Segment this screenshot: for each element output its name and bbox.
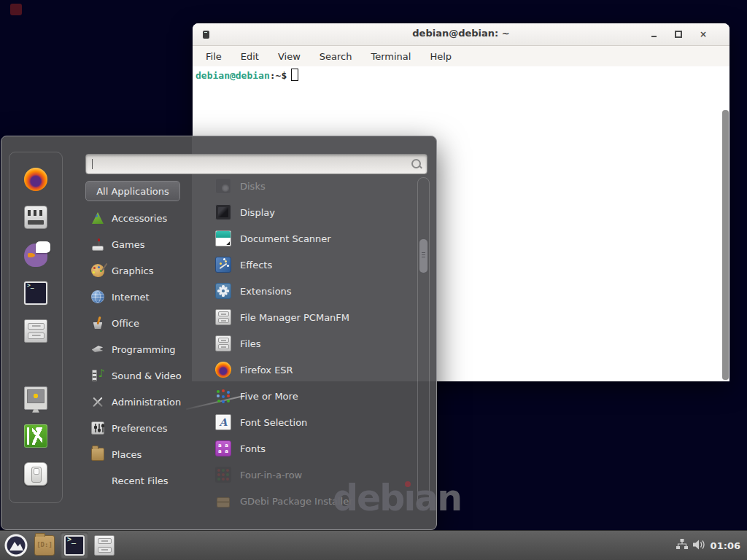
menu-item-label: File <box>206 51 222 62</box>
terminal-scrollbar[interactable] <box>722 110 729 380</box>
firefox-esr[interactable]: Firefox ESR <box>205 357 418 383</box>
category-label: Recent Files <box>112 475 169 486</box>
maximize-button[interactable] <box>673 28 684 40</box>
cabinet-icon <box>215 309 231 325</box>
menu-search <box>85 154 427 174</box>
accessories-icon <box>91 211 104 225</box>
application-label: Font Selection <box>240 417 307 428</box>
favorite-control-center[interactable] <box>24 206 47 229</box>
favorite-firefox[interactable] <box>24 168 47 191</box>
search-icon <box>411 159 421 168</box>
sound-video[interactable]: Sound & Video <box>85 362 202 389</box>
menu-button[interactable] <box>4 533 28 558</box>
display-icon <box>215 204 231 220</box>
programming[interactable]: Programming <box>85 336 202 362</box>
launcher-file-manager[interactable] <box>31 532 58 559</box>
minimize-button[interactable] <box>648 28 659 40</box>
search[interactable]: Search <box>320 51 352 62</box>
category-label: Accessories <box>112 213 167 224</box>
terminal[interactable]: Terminal <box>371 51 411 62</box>
system-tray: 01:06 <box>676 539 747 553</box>
internet[interactable]: Internet <box>85 284 202 310</box>
session-log-out[interactable] <box>24 424 47 448</box>
start-menu-logo <box>4 534 28 557</box>
menu-item-label: Search <box>320 51 352 62</box>
programming-icon <box>91 343 104 356</box>
search-input[interactable] <box>85 154 427 174</box>
terminal-scrollbar-thumb[interactable] <box>722 110 729 380</box>
edit[interactable]: Edit <box>241 51 259 62</box>
session-lock-screen[interactable] <box>24 386 47 410</box>
favorite-file-manager[interactable] <box>24 319 47 343</box>
view[interactable]: View <box>278 51 301 62</box>
application-label: Extensions <box>240 286 292 297</box>
application-label: Firefox ESR <box>240 365 293 376</box>
all-applications[interactable]: All Applications <box>85 181 180 201</box>
cabinet-icon <box>94 535 115 556</box>
application-label: GDebi Package Installer <box>240 496 353 507</box>
effects[interactable]: Effects <box>205 252 418 278</box>
disks-icon <box>215 178 231 194</box>
admin-icon <box>91 395 104 408</box>
favorites-rail <box>9 152 63 503</box>
help[interactable]: Help <box>430 51 452 62</box>
graphics[interactable]: Graphics <box>85 257 202 284</box>
graphics-icon <box>91 264 104 277</box>
category-label: Preferences <box>112 423 167 434</box>
folder-icon <box>34 535 55 556</box>
places[interactable]: Places <box>85 441 202 467</box>
extensions[interactable]: Extensions <box>205 278 418 304</box>
terminal-menubar: FileEditViewSearchTerminalHelp <box>193 46 729 67</box>
application-label: Effects <box>240 260 272 271</box>
menu-scrollbar[interactable] <box>417 177 430 508</box>
document-scanner[interactable]: Document Scanner <box>205 225 418 252</box>
accessories[interactable]: Accessories <box>85 205 202 231</box>
session-shut-down[interactable] <box>24 462 47 486</box>
file[interactable]: File <box>206 51 222 62</box>
recent-files[interactable]: Recent Files <box>85 467 202 494</box>
preferences[interactable]: Preferences <box>85 415 202 441</box>
files[interactable]: Files <box>205 330 418 357</box>
fonts[interactable]: Fonts <box>205 435 418 462</box>
close-button[interactable]: × <box>697 28 709 40</box>
network-icon[interactable] <box>676 539 688 553</box>
category-label: Office <box>112 318 139 329</box>
soundvideo-icon <box>91 369 104 382</box>
internet-icon <box>91 290 104 303</box>
category-label: Programming <box>112 344 176 355</box>
administration[interactable]: Administration <box>85 389 202 415</box>
file-manager-pcmanfm[interactable]: File Manager PCManFM <box>205 304 418 330</box>
launcher-files[interactable] <box>90 532 118 559</box>
window-button-terminal[interactable] <box>61 532 88 559</box>
office[interactable]: Office <box>85 310 202 336</box>
taskbar-clock[interactable]: 01:06 <box>711 540 740 551</box>
application-label: Document Scanner <box>240 233 331 244</box>
favorite-terminal[interactable] <box>24 281 47 305</box>
display[interactable]: Display <box>205 199 418 225</box>
games[interactable]: Games <box>85 231 202 257</box>
category-label: Administration <box>112 397 181 408</box>
extensions-icon <box>215 283 231 299</box>
gdebi-package-installer[interactable]: GDebi Package Installer <box>205 488 418 514</box>
terminal-titlebar[interactable]: debian@debian: ~ × <box>193 23 729 46</box>
office-icon <box>91 316 104 330</box>
effects-icon <box>215 257 231 273</box>
games-icon <box>91 238 104 251</box>
application-label: Files <box>240 338 261 349</box>
font-selection[interactable]: Font Selection <box>205 409 418 435</box>
category-label: Places <box>112 449 142 460</box>
category-label: All Applications <box>96 186 169 197</box>
application-label: Four-in-a-row <box>240 470 302 481</box>
fonts-icon <box>215 440 231 456</box>
favorite-pidgin[interactable] <box>24 244 47 267</box>
four-in-a-row[interactable]: Four-in-a-row <box>205 462 418 488</box>
application-label: Five or More <box>240 391 298 402</box>
menu-scrollbar-thumb[interactable] <box>419 239 427 273</box>
menu-item-label: View <box>278 51 301 62</box>
prefs-icon <box>91 421 104 435</box>
disks[interactable]: Disks <box>205 173 418 199</box>
menu-item-label: Help <box>430 51 452 62</box>
desktop[interactable]: debian@debian: ~ × FileEditViewSearchTer… <box>0 0 747 560</box>
volume-icon[interactable] <box>693 539 705 553</box>
five-or-more[interactable]: Five or More <box>205 383 418 409</box>
